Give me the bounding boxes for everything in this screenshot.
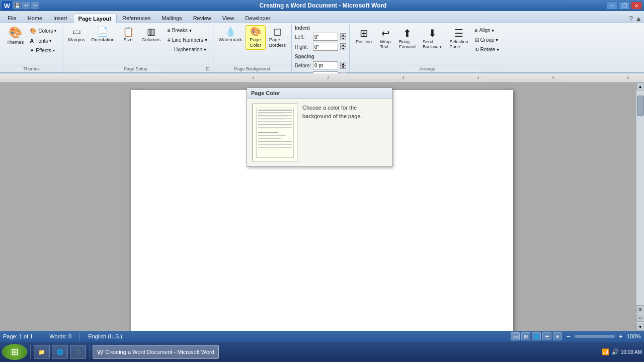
word-count: Words: 0: [49, 333, 71, 339]
tab-view[interactable]: View: [217, 13, 240, 23]
margins-label: Margins: [68, 37, 85, 42]
wrap-text-label: WrapText: [380, 39, 390, 49]
indent-left-down[interactable]: ▼: [340, 37, 346, 40]
tab-home[interactable]: Home: [22, 13, 48, 23]
colors-button[interactable]: 🎨 Colors ▾: [27, 26, 59, 36]
tray-time: 10:00 AM: [621, 349, 642, 355]
word-taskbar-title: Creating a Word Document - Microsoft Wor…: [105, 349, 214, 355]
print-layout-btn[interactable]: ▭: [511, 332, 520, 340]
scroll-up-button[interactable]: ▲: [636, 82, 645, 90]
before-label: Before:: [295, 63, 311, 68]
quick-redo[interactable]: ↪: [31, 2, 39, 9]
scroll-prev-page[interactable]: ⊙: [636, 305, 645, 313]
effects-arrow: ▾: [53, 48, 55, 53]
left-label: Left:: [295, 34, 311, 40]
group-button[interactable]: ⊟ Group ▾: [472, 36, 502, 44]
close-button[interactable]: ✕: [631, 2, 642, 10]
spacing-before-up[interactable]: ▲: [340, 62, 346, 65]
outline-btn[interactable]: ☰: [542, 332, 551, 340]
hyphenation-button[interactable]: — Hyphenation ▾: [165, 45, 210, 54]
tab-insert[interactable]: Insert: [48, 13, 73, 23]
minimize-button[interactable]: ─: [607, 2, 618, 10]
indent-right-input[interactable]: [313, 43, 338, 51]
hyphenation-icon: —: [168, 47, 173, 52]
orientation-button[interactable]: 📄 Orientation: [89, 25, 117, 44]
bring-forward-button[interactable]: ⬆ BringForward: [396, 25, 419, 51]
selection-pane-button[interactable]: ☰ SelectionPane: [447, 25, 471, 51]
scroll-down-button[interactable]: ▼: [636, 323, 645, 331]
page-color-button[interactable]: 🎨 PageColor: [246, 25, 266, 50]
breaks-button[interactable]: ≡ Breaks ▾: [165, 26, 210, 35]
scroll-thumb[interactable]: [637, 96, 644, 116]
position-label: Position: [356, 39, 372, 44]
tab-developer[interactable]: Developer: [239, 13, 276, 23]
right-label: Right:: [295, 44, 311, 50]
tooltip-title: Page Color: [247, 88, 392, 99]
themes-label: Themes: [7, 39, 24, 45]
zoom-slider[interactable]: [575, 335, 615, 338]
zoom-minus[interactable]: −: [566, 332, 570, 340]
colors-icon: 🎨: [30, 28, 37, 34]
full-screen-btn[interactable]: ⊞: [521, 332, 530, 340]
columns-button[interactable]: ▥ Columns: [139, 25, 164, 44]
page-setup-expand[interactable]: ⊡: [206, 66, 210, 71]
indent-left-input[interactable]: [313, 33, 338, 41]
taskbar-explorer[interactable]: 📁: [34, 345, 50, 359]
taskbar-ie[interactable]: 🌐: [52, 345, 68, 359]
zoom-plus[interactable]: +: [619, 332, 623, 340]
quick-undo[interactable]: ↩: [22, 2, 30, 9]
themes-button[interactable]: 🎨 Themes: [4, 25, 26, 47]
rotate-label: Rotate ▾: [480, 47, 499, 52]
indent-right-down[interactable]: ▼: [340, 47, 346, 50]
fonts-button[interactable]: A Fonts ▾: [27, 36, 59, 45]
send-backward-button[interactable]: ⬇ SendBackward: [420, 25, 446, 51]
indent-left-up[interactable]: ▲: [340, 33, 346, 37]
bring-forward-label: BringForward: [399, 39, 416, 49]
ruler: 1 2 3 4 5 6: [0, 73, 644, 82]
zoom-level[interactable]: 100%: [627, 333, 641, 339]
page-color-tooltip: Page Color: [247, 87, 392, 167]
size-button[interactable]: 📋 Size: [118, 25, 138, 44]
effects-icon: ✦: [30, 47, 34, 54]
fonts-arrow: ▾: [49, 39, 51, 43]
page-borders-button[interactable]: ▢ PageBorders: [267, 25, 288, 50]
position-button[interactable]: ⊞ Position: [353, 25, 375, 46]
indent-right-up[interactable]: ▲: [340, 43, 346, 47]
effects-button[interactable]: ✦ Effects ▾: [27, 46, 59, 55]
taskbar-media[interactable]: 🎵: [70, 345, 86, 359]
scroll-track[interactable]: [636, 90, 644, 304]
taskbar-word-window[interactable]: W Creating a Word Document - Microsoft W…: [93, 345, 219, 359]
ribbon-minimize[interactable]: ▲: [635, 15, 642, 23]
bring-forward-icon: ⬆: [403, 27, 412, 39]
scroll-next-page[interactable]: ⊙: [636, 314, 645, 322]
web-layout-btn[interactable]: 🌐: [532, 332, 541, 340]
colors-arrow: ▾: [54, 29, 56, 33]
align-icon: ≡: [475, 28, 478, 33]
align-button[interactable]: ≡ Align ▾: [472, 26, 502, 35]
line-numbers-button[interactable]: # Line Numbers ▾: [165, 36, 210, 44]
tab-file[interactable]: File: [2, 13, 22, 23]
ribbon-group-arrange: ⊞ Position ↩ WrapText ⬆ BringForward ⬇ S…: [350, 24, 505, 72]
rotate-button[interactable]: ↻ Rotate ▾: [472, 45, 502, 54]
watermark-button[interactable]: 💧 Watermark: [216, 25, 245, 44]
page-color-icon: 🎨: [250, 27, 261, 36]
draft-btn[interactable]: ≡: [553, 332, 562, 340]
system-tray: 📶 🔊 10:00 AM: [602, 348, 642, 355]
margins-button[interactable]: ▭ Margins: [65, 25, 88, 44]
watermark-icon: 💧: [225, 27, 236, 36]
send-backward-label: SendBackward: [423, 39, 443, 49]
wrap-text-button[interactable]: ↩ WrapText: [376, 25, 395, 51]
spacing-before-down[interactable]: ▼: [340, 65, 346, 69]
tab-review[interactable]: Review: [188, 13, 217, 23]
tab-page-layout[interactable]: Page Layout: [73, 14, 117, 23]
start-button[interactable]: ⊞: [2, 344, 27, 360]
quick-save[interactable]: 💾: [13, 2, 21, 9]
vertical-scrollbar[interactable]: ▲ ⊙ ⊙ ▼: [636, 82, 644, 331]
view-buttons: ▭ ⊞ 🌐 ☰ ≡: [511, 332, 562, 340]
spacing-before-input[interactable]: [313, 61, 338, 69]
ribbon-help[interactable]: ?: [629, 15, 633, 23]
restore-button[interactable]: ❐: [619, 2, 630, 10]
document-area: Page Color: [0, 82, 644, 331]
tab-references[interactable]: References: [117, 13, 156, 23]
tab-mailings[interactable]: Mailings: [156, 13, 187, 23]
